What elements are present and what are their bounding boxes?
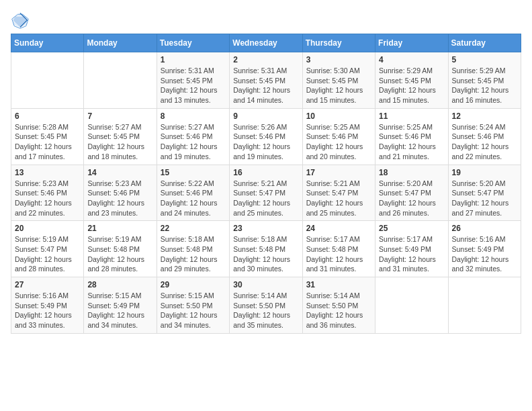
day-info: Sunrise: 5:25 AM Sunset: 5:46 PM Dayligh… — [306, 122, 371, 162]
day-number: 6 — [15, 111, 80, 121]
calendar-cell: 31Sunrise: 5:14 AM Sunset: 5:50 PM Dayli… — [302, 277, 375, 334]
calendar-cell: 17Sunrise: 5:21 AM Sunset: 5:47 PM Dayli… — [302, 165, 375, 221]
day-number: 25 — [379, 224, 444, 233]
day-info: Sunrise: 5:27 AM Sunset: 5:46 PM Dayligh… — [161, 122, 226, 162]
day-info: Sunrise: 5:26 AM Sunset: 5:46 PM Dayligh… — [233, 122, 298, 162]
calendar-cell: 13Sunrise: 5:23 AM Sunset: 5:46 PM Dayli… — [11, 165, 84, 221]
day-number: 29 — [161, 280, 226, 289]
day-number: 30 — [233, 280, 298, 289]
calendar-cell: 1Sunrise: 5:31 AM Sunset: 5:45 PM Daylig… — [157, 52, 229, 109]
calendar-cell: 24Sunrise: 5:17 AM Sunset: 5:48 PM Dayli… — [302, 221, 375, 277]
day-info: Sunrise: 5:17 AM Sunset: 5:48 PM Dayligh… — [306, 234, 371, 274]
day-info: Sunrise: 5:23 AM Sunset: 5:46 PM Dayligh… — [87, 179, 152, 218]
day-number: 27 — [15, 280, 80, 289]
weekday-header-wednesday: Wednesday — [230, 34, 302, 52]
calendar-cell: 26Sunrise: 5:16 AM Sunset: 5:49 PM Dayli… — [448, 221, 521, 277]
calendar-cell: 4Sunrise: 5:29 AM Sunset: 5:45 PM Daylig… — [375, 52, 448, 109]
day-info: Sunrise: 5:15 AM Sunset: 5:49 PM Dayligh… — [87, 291, 152, 330]
calendar-cell — [448, 277, 521, 334]
day-info: Sunrise: 5:19 AM Sunset: 5:48 PM Dayligh… — [87, 234, 152, 274]
day-info: Sunrise: 5:22 AM Sunset: 5:46 PM Dayligh… — [161, 179, 226, 218]
day-info: Sunrise: 5:16 AM Sunset: 5:49 PM Dayligh… — [452, 234, 517, 274]
day-number: 11 — [379, 111, 444, 121]
day-number: 24 — [306, 224, 371, 233]
calendar-cell: 14Sunrise: 5:23 AM Sunset: 5:46 PM Dayli… — [84, 165, 157, 221]
weekday-header-friday: Friday — [375, 34, 448, 52]
calendar-cell: 15Sunrise: 5:22 AM Sunset: 5:46 PM Dayli… — [157, 165, 229, 221]
day-info: Sunrise: 5:29 AM Sunset: 5:45 PM Dayligh… — [379, 66, 444, 105]
calendar-cell: 21Sunrise: 5:19 AM Sunset: 5:48 PM Dayli… — [84, 221, 157, 277]
calendar-cell: 27Sunrise: 5:16 AM Sunset: 5:49 PM Dayli… — [11, 277, 84, 334]
calendar-week-5: 27Sunrise: 5:16 AM Sunset: 5:49 PM Dayli… — [11, 277, 521, 334]
calendar-cell: 9Sunrise: 5:26 AM Sunset: 5:46 PM Daylig… — [230, 108, 302, 165]
day-number: 2 — [233, 55, 298, 64]
day-info: Sunrise: 5:21 AM Sunset: 5:47 PM Dayligh… — [306, 179, 371, 218]
weekday-header-saturday: Saturday — [448, 34, 521, 52]
day-number: 13 — [15, 168, 80, 177]
day-number: 7 — [87, 111, 152, 121]
calendar-cell: 7Sunrise: 5:27 AM Sunset: 5:45 PM Daylig… — [84, 108, 157, 165]
calendar-cell: 18Sunrise: 5:20 AM Sunset: 5:47 PM Dayli… — [375, 165, 448, 221]
day-info: Sunrise: 5:15 AM Sunset: 5:50 PM Dayligh… — [161, 291, 226, 330]
day-info: Sunrise: 5:21 AM Sunset: 5:47 PM Dayligh… — [233, 179, 298, 218]
calendar-cell: 11Sunrise: 5:25 AM Sunset: 5:46 PM Dayli… — [375, 108, 448, 165]
day-info: Sunrise: 5:30 AM Sunset: 5:45 PM Dayligh… — [306, 66, 371, 105]
day-info: Sunrise: 5:18 AM Sunset: 5:48 PM Dayligh… — [161, 234, 226, 274]
calendar-week-4: 20Sunrise: 5:19 AM Sunset: 5:47 PM Dayli… — [11, 221, 521, 277]
day-info: Sunrise: 5:24 AM Sunset: 5:46 PM Dayligh… — [452, 122, 517, 162]
calendar-cell — [84, 52, 157, 109]
day-number: 20 — [15, 224, 80, 233]
day-info: Sunrise: 5:17 AM Sunset: 5:49 PM Dayligh… — [379, 234, 444, 274]
day-number: 23 — [233, 224, 298, 233]
day-info: Sunrise: 5:28 AM Sunset: 5:45 PM Dayligh… — [15, 122, 80, 162]
calendar-table: SundayMondayTuesdayWednesdayThursdayFrid… — [11, 34, 521, 334]
day-number: 18 — [379, 168, 444, 177]
day-info: Sunrise: 5:27 AM Sunset: 5:45 PM Dayligh… — [87, 122, 152, 162]
day-info: Sunrise: 5:29 AM Sunset: 5:45 PM Dayligh… — [452, 66, 517, 105]
day-number: 22 — [161, 224, 226, 233]
calendar-cell: 12Sunrise: 5:24 AM Sunset: 5:46 PM Dayli… — [448, 108, 521, 165]
calendar-cell: 28Sunrise: 5:15 AM Sunset: 5:49 PM Dayli… — [84, 277, 157, 334]
weekday-header-thursday: Thursday — [302, 34, 375, 52]
day-info: Sunrise: 5:23 AM Sunset: 5:46 PM Dayligh… — [15, 179, 80, 218]
calendar-cell: 8Sunrise: 5:27 AM Sunset: 5:46 PM Daylig… — [157, 108, 229, 165]
logo-icon — [11, 11, 30, 30]
calendar-week-3: 13Sunrise: 5:23 AM Sunset: 5:46 PM Dayli… — [11, 165, 521, 221]
day-number: 17 — [306, 168, 371, 177]
day-number: 14 — [87, 168, 152, 177]
calendar-cell: 16Sunrise: 5:21 AM Sunset: 5:47 PM Dayli… — [230, 165, 302, 221]
day-number: 16 — [233, 168, 298, 177]
calendar-cell: 20Sunrise: 5:19 AM Sunset: 5:47 PM Dayli… — [11, 221, 84, 277]
day-info: Sunrise: 5:31 AM Sunset: 5:45 PM Dayligh… — [233, 66, 298, 105]
calendar-cell: 29Sunrise: 5:15 AM Sunset: 5:50 PM Dayli… — [157, 277, 229, 334]
weekday-header-sunday: Sunday — [11, 34, 84, 52]
calendar-week-2: 6Sunrise: 5:28 AM Sunset: 5:45 PM Daylig… — [11, 108, 521, 165]
calendar-cell: 10Sunrise: 5:25 AM Sunset: 5:46 PM Dayli… — [302, 108, 375, 165]
day-number: 5 — [452, 55, 517, 64]
page-header — [11, 11, 521, 30]
calendar-cell: 5Sunrise: 5:29 AM Sunset: 5:45 PM Daylig… — [448, 52, 521, 109]
day-number: 26 — [452, 224, 517, 233]
calendar-cell: 2Sunrise: 5:31 AM Sunset: 5:45 PM Daylig… — [230, 52, 302, 109]
day-number: 15 — [161, 168, 226, 177]
day-number: 9 — [233, 111, 298, 121]
calendar-cell — [375, 277, 448, 334]
weekday-header-tuesday: Tuesday — [157, 34, 229, 52]
day-info: Sunrise: 5:19 AM Sunset: 5:47 PM Dayligh… — [15, 234, 80, 274]
calendar-cell: 19Sunrise: 5:20 AM Sunset: 5:47 PM Dayli… — [448, 165, 521, 221]
day-info: Sunrise: 5:18 AM Sunset: 5:48 PM Dayligh… — [233, 234, 298, 274]
calendar-cell: 30Sunrise: 5:14 AM Sunset: 5:50 PM Dayli… — [230, 277, 302, 334]
day-number: 4 — [379, 55, 444, 64]
day-info: Sunrise: 5:25 AM Sunset: 5:46 PM Dayligh… — [379, 122, 444, 162]
day-number: 12 — [452, 111, 517, 121]
calendar-cell: 6Sunrise: 5:28 AM Sunset: 5:45 PM Daylig… — [11, 108, 84, 165]
weekday-header-monday: Monday — [84, 34, 157, 52]
logo — [11, 11, 32, 30]
day-number: 21 — [87, 224, 152, 233]
calendar-cell: 3Sunrise: 5:30 AM Sunset: 5:45 PM Daylig… — [302, 52, 375, 109]
day-number: 31 — [306, 280, 371, 289]
day-number: 28 — [87, 280, 152, 289]
day-info: Sunrise: 5:14 AM Sunset: 5:50 PM Dayligh… — [233, 291, 298, 330]
day-number: 10 — [306, 111, 371, 121]
weekday-header-row: SundayMondayTuesdayWednesdayThursdayFrid… — [11, 34, 521, 52]
